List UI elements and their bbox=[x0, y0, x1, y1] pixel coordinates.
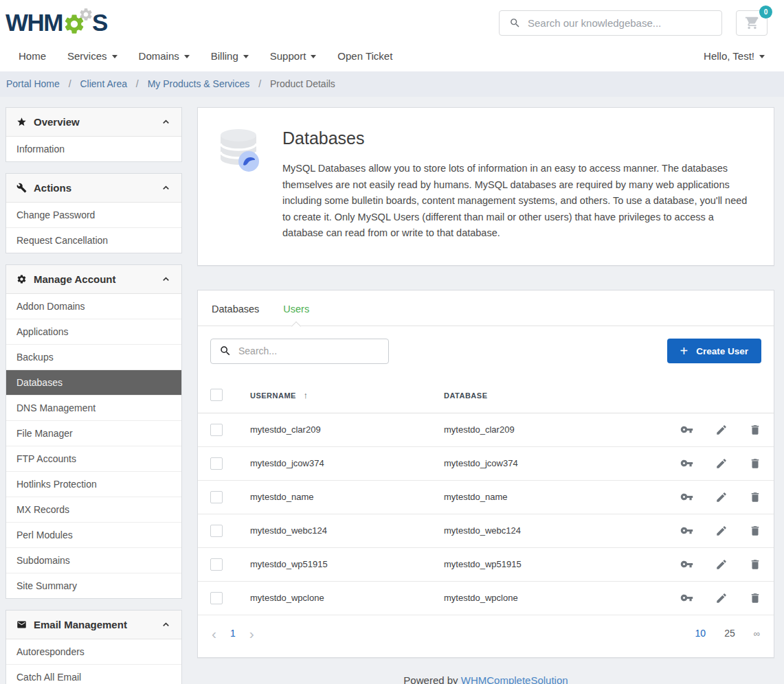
whmcompletesolution-link[interactable]: WHMCompleteSolution bbox=[461, 674, 568, 684]
sidebar-item-mx-records[interactable]: MX Records bbox=[6, 497, 181, 522]
panel-header-overview[interactable]: Overview bbox=[6, 108, 181, 137]
chevron-right-icon[interactable]: › bbox=[245, 626, 258, 641]
sidebar-item-change-password[interactable]: Change Password bbox=[6, 203, 181, 227]
table-header-row: USERNAME ↑ DATABASE bbox=[198, 378, 774, 413]
sidebar-item-addon-domains[interactable]: Addon Domains bbox=[6, 294, 181, 319]
nav-item-support[interactable]: Support bbox=[270, 50, 317, 62]
row-checkbox[interactable] bbox=[210, 491, 223, 503]
nav-item-services[interactable]: Services bbox=[67, 50, 117, 62]
chevron-up-icon bbox=[161, 274, 171, 284]
panel-title: Manage Account bbox=[34, 273, 161, 285]
delete-button[interactable] bbox=[749, 525, 761, 537]
key-icon bbox=[680, 457, 693, 470]
sidebar-panel-manage-account: Manage Account Addon Domains Application… bbox=[5, 264, 182, 599]
sidebar-item-subdomains[interactable]: Subdomains bbox=[6, 547, 181, 573]
sidebar-panel-email-management: Email Management Autoresponders Catch Al… bbox=[5, 610, 182, 684]
knowledgebase-search-input[interactable] bbox=[528, 17, 721, 29]
edit-button[interactable] bbox=[715, 424, 728, 436]
edit-button[interactable] bbox=[715, 592, 728, 604]
delete-button[interactable] bbox=[749, 491, 761, 503]
cart-count-badge: 0 bbox=[759, 5, 772, 19]
select-all-checkbox[interactable] bbox=[210, 389, 223, 401]
sidebar-item-file-manager[interactable]: File Manager bbox=[6, 420, 181, 446]
panel-header-actions[interactable]: Actions bbox=[6, 174, 181, 203]
edit-button[interactable] bbox=[715, 457, 728, 470]
user-menu[interactable]: Hello, Test! bbox=[704, 50, 765, 62]
sidebar-item-ftp-accounts[interactable]: FTP Accounts bbox=[6, 446, 181, 471]
row-checkbox[interactable] bbox=[210, 525, 223, 537]
sidebar-item-databases[interactable]: Databases bbox=[6, 369, 181, 395]
chevron-left-icon[interactable]: ‹ bbox=[208, 626, 221, 641]
row-checkbox[interactable] bbox=[210, 424, 223, 436]
sidebar-item-information[interactable]: Information bbox=[6, 137, 181, 161]
delete-button[interactable] bbox=[749, 558, 761, 571]
panel-header-manage-account[interactable]: Manage Account bbox=[6, 265, 181, 294]
footer: Powered by WHMCompleteSolution bbox=[197, 658, 774, 684]
sidebar-item-perl-modules[interactable]: Perl Modules bbox=[6, 522, 181, 547]
chevron-up-icon bbox=[161, 619, 171, 630]
table-search-input[interactable] bbox=[238, 345, 388, 356]
password-button[interactable] bbox=[680, 490, 693, 503]
delete-icon bbox=[749, 424, 761, 436]
delete-button[interactable] bbox=[749, 592, 761, 604]
sidebar-item-backups[interactable]: Backups bbox=[6, 344, 181, 369]
page-number[interactable]: 1 bbox=[230, 628, 236, 639]
password-button[interactable] bbox=[680, 457, 693, 470]
database-cell: mytestdo_name bbox=[444, 492, 680, 502]
edit-button[interactable] bbox=[715, 525, 728, 537]
breadcrumb-separator: / bbox=[258, 78, 261, 89]
breadcrumb-my-products[interactable]: My Products & Services bbox=[148, 78, 250, 89]
tab-databases[interactable]: Databases bbox=[212, 304, 259, 326]
sidebar-panel-overview: Overview Information bbox=[5, 107, 182, 162]
database-cell: mytestdo_jcow374 bbox=[444, 458, 680, 468]
row-checkbox[interactable] bbox=[210, 592, 223, 604]
plus-icon: + bbox=[680, 344, 688, 358]
nav-item-home[interactable]: Home bbox=[19, 50, 46, 62]
envelope-icon bbox=[16, 619, 27, 630]
row-checkbox[interactable] bbox=[210, 457, 223, 470]
tab-users[interactable]: Users bbox=[283, 304, 309, 326]
edit-icon bbox=[715, 491, 728, 503]
caret-down-icon bbox=[112, 55, 117, 58]
password-button[interactable] bbox=[680, 524, 693, 537]
create-user-button[interactable]: + Create User bbox=[667, 339, 761, 363]
sidebar-item-dns-management[interactable]: DNS Management bbox=[6, 395, 181, 420]
panel-header-email-management[interactable]: Email Management bbox=[6, 611, 181, 639]
sidebar-item-autoresponders[interactable]: Autoresponders bbox=[6, 639, 181, 664]
delete-button[interactable] bbox=[749, 457, 761, 470]
breadcrumb-client-area[interactable]: Client Area bbox=[80, 78, 126, 89]
site-header: WHM S 0 bbox=[0, 0, 784, 43]
delete-button[interactable] bbox=[749, 424, 761, 436]
sidebar-item-catch-all-email[interactable]: Catch All Email bbox=[6, 664, 181, 684]
page-size-all[interactable]: ∞ bbox=[754, 628, 760, 639]
delete-icon bbox=[749, 525, 761, 537]
sidebar-item-hotlinks-protection[interactable]: Hotlinks Protection bbox=[6, 471, 181, 497]
username-cell: mytestdo_clar209 bbox=[250, 424, 444, 435]
pagination: ‹ 1 › 10 25 ∞ bbox=[198, 615, 774, 657]
sidebar-item-site-summary[interactable]: Site Summary bbox=[6, 573, 181, 598]
nav-item-open-ticket[interactable]: Open Ticket bbox=[337, 50, 392, 62]
password-button[interactable] bbox=[680, 423, 693, 436]
nav-item-domains[interactable]: Domains bbox=[139, 50, 190, 62]
table-row: mytestdo_jcow374 mytestdo_jcow374 bbox=[198, 447, 774, 481]
edit-icon bbox=[715, 558, 728, 571]
cart-button[interactable]: 0 bbox=[736, 10, 768, 36]
caret-down-icon bbox=[759, 55, 765, 58]
page-size-25[interactable]: 25 bbox=[724, 628, 735, 639]
edit-button[interactable] bbox=[715, 558, 728, 571]
column-header-database[interactable]: DATABASE bbox=[444, 391, 487, 400]
nav-item-billing[interactable]: Billing bbox=[211, 50, 249, 62]
sidebar-item-applications[interactable]: Applications bbox=[6, 319, 181, 344]
sidebar-item-request-cancellation[interactable]: Request Cancellation bbox=[6, 227, 181, 253]
edit-button[interactable] bbox=[715, 491, 728, 503]
breadcrumb-portal-home[interactable]: Portal Home bbox=[6, 78, 60, 89]
main-nav: Home Services Domains Billing Support Op… bbox=[0, 43, 784, 71]
password-button[interactable] bbox=[680, 591, 693, 604]
page-size-10[interactable]: 10 bbox=[695, 628, 706, 639]
password-button[interactable] bbox=[680, 558, 693, 571]
row-checkbox[interactable] bbox=[210, 558, 223, 571]
logo-text-s: S bbox=[92, 9, 107, 36]
sidebar-panel-actions: Actions Change Password Request Cancella… bbox=[5, 173, 182, 253]
column-header-username[interactable]: USERNAME bbox=[250, 391, 296, 400]
delete-icon bbox=[749, 592, 761, 604]
